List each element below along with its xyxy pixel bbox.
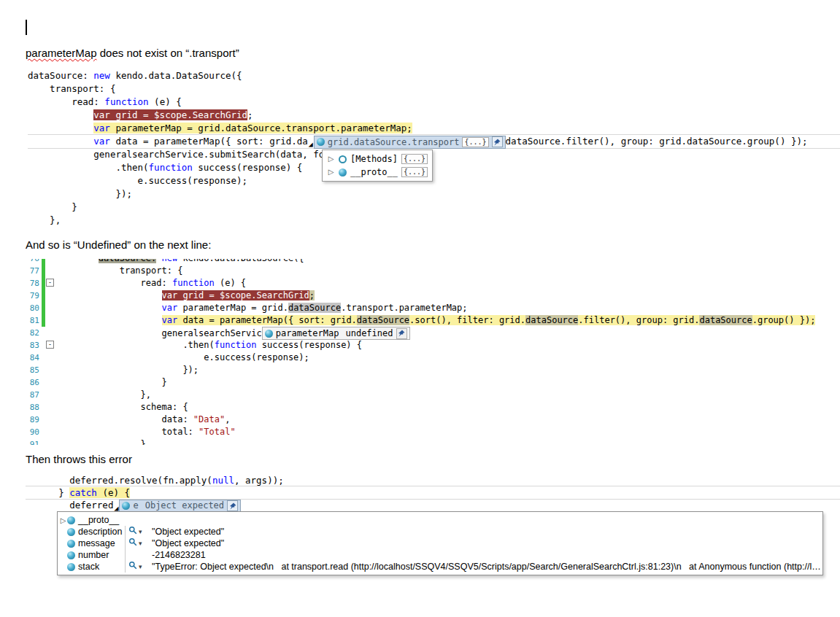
code-text: transport: { xyxy=(28,82,115,96)
code-line: dataSource: new kendo.data.DataSource({ xyxy=(28,69,840,82)
dropdown-caret-icon[interactable]: ▾ xyxy=(139,526,142,538)
code-text: } xyxy=(28,201,77,214)
datatip-value: undefined xyxy=(345,327,393,340)
datatip-expanded-tree: ▷[Methods]{...}▷__proto__{...} xyxy=(322,150,433,182)
code-text: data: "Data", xyxy=(56,414,230,426)
code-line: 87 }, xyxy=(26,389,840,401)
code-text: var parameterMap = grid.dataSource.trans… xyxy=(56,302,468,314)
watch-row[interactable]: description▾"Object expected" xyxy=(59,526,821,538)
code-line: 83- .then(function success(response) { xyxy=(26,339,840,352)
dropdown-caret-icon[interactable]: ▾ xyxy=(139,538,142,550)
watch-row[interactable]: ▷__proto__ xyxy=(59,514,821,526)
expanded-arrow-icon: ◢ xyxy=(309,141,313,148)
dropdown-caret-icon[interactable]: ▾ xyxy=(139,561,142,573)
code-text: generalsearchService.submitSearch(data, … xyxy=(28,148,324,161)
code-text: .then(function success(response) { xyxy=(56,339,362,352)
code-text: var grid = $scope.SearchGrid; xyxy=(28,109,253,122)
pin-icon[interactable] xyxy=(492,136,503,147)
outline-margin: - xyxy=(45,277,56,290)
object-orb-icon xyxy=(67,563,75,571)
code-text: read: function (e) { xyxy=(28,96,182,109)
code-line: transport: { xyxy=(28,82,840,96)
collapse-toggle-icon[interactable]: - xyxy=(46,279,54,287)
watch-value: "Object expected" xyxy=(152,526,821,538)
line-number: 89 xyxy=(26,414,42,426)
pin-icon[interactable] xyxy=(396,328,407,339)
watch-name: message xyxy=(78,538,125,550)
code-line: } catch (e) { xyxy=(26,486,840,499)
watch-row[interactable]: stack▾"TypeError: Object expected\n at t… xyxy=(59,561,821,573)
magnifier-icon[interactable] xyxy=(128,561,137,573)
line-number: 84 xyxy=(26,352,42,364)
code-line: 76 dataSource: new kendo.data.DataSource… xyxy=(26,259,840,265)
code-text: deferred.resolve(fn.apply(null, args)); xyxy=(26,474,284,486)
code-text: total: "Total" xyxy=(56,426,236,438)
code-line: 78- read: function (e) { xyxy=(26,277,840,290)
outline-margin xyxy=(45,389,56,401)
watch-row[interactable]: message▾"Object expected" xyxy=(59,538,821,549)
outline-margin xyxy=(45,265,56,277)
line-number: 78 xyxy=(26,277,42,290)
line-number: 88 xyxy=(26,401,42,414)
outline-margin xyxy=(45,352,56,364)
note-throws-error: Then throws this error xyxy=(26,453,132,465)
code-text: } catch (e) { xyxy=(26,486,130,499)
code-line: 77 transport: { xyxy=(26,265,840,277)
datatip[interactable]: parameterMapundefined xyxy=(262,327,410,340)
code-text: .then(function success(response) { xyxy=(28,161,302,174)
tree-item[interactable]: ▷[Methods]{...} xyxy=(327,152,428,166)
outline-margin: - xyxy=(45,339,56,352)
datatip[interactable]: grid.dataSource.transport{...} xyxy=(314,136,506,149)
object-orb-icon xyxy=(67,540,75,548)
expander-triangle-icon[interactable]: ▷ xyxy=(59,514,67,527)
methods-icon xyxy=(339,155,347,163)
line-number: 82 xyxy=(26,327,42,339)
code-screenshot-1: ▷[Methods]{...}▷__proto__{...} dataSourc… xyxy=(28,69,840,227)
datatip-label: grid.dataSource.transport xyxy=(328,136,460,149)
line-number: 85 xyxy=(26,364,42,376)
magnifier-icon[interactable] xyxy=(128,538,137,550)
code-screenshot-3: ▷__proto__description▾"Object expected"m… xyxy=(26,474,840,511)
ellipsis-badge[interactable]: {...} xyxy=(401,154,428,164)
code-text: transport: { xyxy=(56,265,182,277)
line-number: 87 xyxy=(26,389,42,401)
outline-margin xyxy=(45,364,56,376)
code-text: }); xyxy=(56,364,199,376)
watch-value: "Object expected" xyxy=(152,538,821,550)
watch-value: "TypeError: Object expected\n at transpo… xyxy=(152,561,821,573)
code-line: 80 var parameterMap = grid.dataSource.tr… xyxy=(26,302,840,314)
code-text: var data = parameterMap({ sort: grid.da◢… xyxy=(28,135,808,148)
outline-margin xyxy=(45,401,56,414)
watch-name: __proto__ xyxy=(78,514,125,527)
pin-icon[interactable] xyxy=(227,500,238,511)
outline-margin xyxy=(45,327,56,339)
column-divider xyxy=(125,549,126,561)
code-line: var grid = $scope.SearchGrid; xyxy=(28,109,840,122)
expander-triangle-icon[interactable]: ▷ xyxy=(327,152,335,166)
code-line: e.success(response); xyxy=(28,174,840,187)
misspelled-word: parameterMap xyxy=(26,47,97,59)
datatip[interactable]: eObject expected xyxy=(119,500,241,513)
code-screenshot-2: 76 dataSource: new kendo.data.DataSource… xyxy=(26,259,840,445)
value-tools: ▾ xyxy=(126,561,152,573)
code-line: 84 e.success(response); xyxy=(26,352,840,364)
code-text: }); xyxy=(28,187,132,201)
tree-item[interactable]: ▷__proto__{...} xyxy=(327,166,428,179)
code-text: }, xyxy=(56,389,151,401)
code-line: 90 total: "Total" xyxy=(26,426,840,438)
ellipsis-badge[interactable]: {...} xyxy=(462,137,488,147)
code-text: var data = parameterMap({ sort: grid.dat… xyxy=(56,314,815,327)
watch-row[interactable]: number-2146823281 xyxy=(59,549,821,561)
line-number: 80 xyxy=(26,302,42,314)
ellipsis-badge[interactable]: {...} xyxy=(401,167,428,177)
object-orb-icon xyxy=(67,528,75,536)
code-text: deferred◢eObject expected xyxy=(26,499,241,511)
text-cursor xyxy=(26,20,27,35)
code-text: generalsearchServicparameterMapundefined xyxy=(56,327,410,339)
datatip-label: parameterMap xyxy=(276,327,339,340)
magnifier-icon[interactable] xyxy=(128,526,137,538)
collapse-toggle-icon[interactable]: - xyxy=(46,341,54,349)
code-line: .then(function success(response) { xyxy=(28,161,840,174)
expander-triangle-icon[interactable]: ▷ xyxy=(327,166,335,179)
code-line: var data = parameterMap({ sort: grid.da◢… xyxy=(28,135,840,148)
